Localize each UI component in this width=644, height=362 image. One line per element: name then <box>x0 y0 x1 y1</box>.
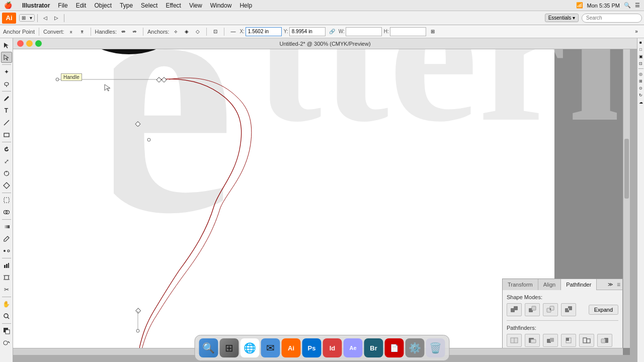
shape-tool[interactable] <box>1 129 12 140</box>
rp-opacity-btn[interactable]: ◎ <box>638 71 644 77</box>
menu-type[interactable]: Type <box>116 0 137 11</box>
menu-view[interactable]: View <box>185 0 206 11</box>
rotate-tool[interactable] <box>1 144 12 155</box>
anchors-btn-2[interactable]: ◈ <box>182 27 191 36</box>
control-overflow-btn[interactable]: » <box>632 27 641 36</box>
menu-file[interactable]: File <box>54 0 71 11</box>
rp-transform-btn[interactable]: ↻ <box>638 92 644 98</box>
merge-btn[interactable] <box>543 334 558 347</box>
warp-tool[interactable] <box>1 168 12 179</box>
minus-front-btn[interactable] <box>525 303 540 316</box>
eyedropper-tool[interactable] <box>1 233 12 244</box>
magic-wand-tool[interactable]: ✦ <box>1 66 12 77</box>
align-anchor-btn[interactable]: ⊡ <box>211 27 220 36</box>
selection-tool[interactable] <box>1 40 12 51</box>
handles-btn-2[interactable]: ⇏ <box>130 27 139 36</box>
dock-acrobat[interactable]: 📄 <box>385 338 404 357</box>
convert-btn-2[interactable]: ⌆ <box>77 27 87 36</box>
dock-photoshop[interactable]: Ps <box>302 338 321 357</box>
dock-finder[interactable]: 🔍 <box>199 338 218 357</box>
rp-color-btn[interactable]: ■ <box>638 39 644 45</box>
rp-gradient-btn[interactable]: ▣ <box>638 53 644 59</box>
dock-illustrator[interactable]: Ai <box>282 338 301 357</box>
h-input[interactable] <box>390 27 426 36</box>
anchors-btn-3[interactable]: ◇ <box>193 27 202 36</box>
w-input[interactable] <box>346 27 382 36</box>
arrange-toolbar[interactable]: ⊞ ▾ <box>19 14 35 22</box>
menu-window[interactable]: Window <box>206 0 236 11</box>
shape-builder-tool[interactable] <box>1 207 12 218</box>
pathfinder-tab[interactable]: Pathfinder <box>561 279 597 290</box>
dock-chrome[interactable]: 🌐 <box>240 338 260 357</box>
panel-close-btn[interactable]: ≡ <box>615 281 622 288</box>
lasso-tool[interactable] <box>1 78 12 89</box>
blend-tool[interactable] <box>1 245 12 256</box>
type-tool[interactable]: T <box>1 105 12 116</box>
menu-edit[interactable]: Edit <box>72 0 91 11</box>
column-graph-tool[interactable] <box>1 260 12 271</box>
menu-search-icon[interactable]: 🔍 <box>624 2 631 9</box>
apple-menu[interactable]: 🍎 <box>4 2 12 9</box>
menu-control-icon[interactable]: ☰ <box>635 2 640 9</box>
crop-btn[interactable] <box>561 334 576 347</box>
arrange-dropdown[interactable]: ▾ <box>28 15 34 21</box>
minus-back-btn[interactable] <box>597 334 612 347</box>
zoom-tool[interactable] <box>1 311 12 322</box>
transform-tab[interactable]: Transform <box>503 279 538 290</box>
handles-btn-1[interactable]: ⇎ <box>119 27 128 36</box>
close-window-btn[interactable] <box>17 40 24 47</box>
rp-libraries-btn[interactable]: ☁ <box>638 99 644 105</box>
align-tab[interactable]: Align <box>538 279 561 290</box>
toolbar-search-input[interactable] <box>582 14 642 23</box>
scale-tool[interactable]: ⤢ <box>1 156 12 167</box>
unite-btn[interactable] <box>507 303 522 316</box>
width-tool[interactable] <box>1 180 12 191</box>
anchors-btn-1[interactable]: ⟡ <box>171 27 180 36</box>
rp-pathfinder-btn[interactable]: ⊙ <box>638 85 644 91</box>
line-tool[interactable] <box>1 117 12 128</box>
vertical-scrollbar[interactable] <box>623 49 630 348</box>
panel-expand-btn[interactable]: ≫ <box>606 282 615 287</box>
toolbar-go-back[interactable]: ◁ <box>40 13 50 23</box>
trim-btn[interactable] <box>525 334 540 347</box>
outline-btn[interactable] <box>579 334 594 347</box>
maximize-window-btn[interactable] <box>35 40 42 47</box>
rp-stroke-btn[interactable]: □ <box>638 46 644 52</box>
menu-illustrator[interactable]: Illustrator <box>18 0 54 11</box>
arrange-btn[interactable]: ⊞ <box>20 15 28 21</box>
direct-selection-tool[interactable] <box>1 52 12 63</box>
scroll-thumb[interactable] <box>624 139 629 199</box>
minimize-window-btn[interactable] <box>26 40 33 47</box>
menu-object[interactable]: Object <box>90 0 116 11</box>
transform-more-btn[interactable]: ⊞ <box>428 27 437 36</box>
menu-help[interactable]: Help <box>235 0 256 11</box>
dock-bridge[interactable]: Br <box>364 338 383 357</box>
menu-select[interactable]: Select <box>137 0 162 11</box>
convert-btn-1[interactable]: ⌅ <box>66 27 75 36</box>
artboard-tool[interactable] <box>1 272 12 283</box>
y-input[interactable] <box>289 27 326 36</box>
dock-system-prefs[interactable]: ⚙️ <box>406 338 425 357</box>
divide-btn[interactable] <box>507 334 522 347</box>
menu-effect[interactable]: Effect <box>162 0 185 11</box>
hand-tool[interactable]: ✋ <box>1 299 12 310</box>
fill-stroke-display[interactable] <box>1 325 12 336</box>
rp-align-btn[interactable]: ⊞ <box>638 78 644 84</box>
dock-mail[interactable]: ✉ <box>261 338 280 357</box>
rp-pattern-btn[interactable]: ⊡ <box>638 60 644 66</box>
toolbar-go-forward[interactable]: ▷ <box>51 13 61 23</box>
canvas-content[interactable]: e ttern <box>13 49 630 355</box>
free-transform-tool[interactable] <box>1 195 12 206</box>
exclude-btn[interactable] <box>561 303 576 316</box>
gradient-tool[interactable] <box>1 221 12 232</box>
slice-tool[interactable]: ✂ <box>1 284 12 295</box>
dock-trash[interactable]: 🗑️ <box>426 338 445 357</box>
x-input[interactable] <box>246 27 282 36</box>
dock-indesign[interactable]: Id <box>323 338 342 357</box>
lock-proportions-btn[interactable]: 🔗 <box>328 27 337 36</box>
dock-aftereffects[interactable]: Ae <box>344 338 363 357</box>
dock-launchpad[interactable]: ⊞ <box>220 338 239 357</box>
pen-tool[interactable] <box>1 93 12 104</box>
color-mode-btn[interactable] <box>1 337 12 348</box>
intersect-btn[interactable] <box>543 303 558 316</box>
